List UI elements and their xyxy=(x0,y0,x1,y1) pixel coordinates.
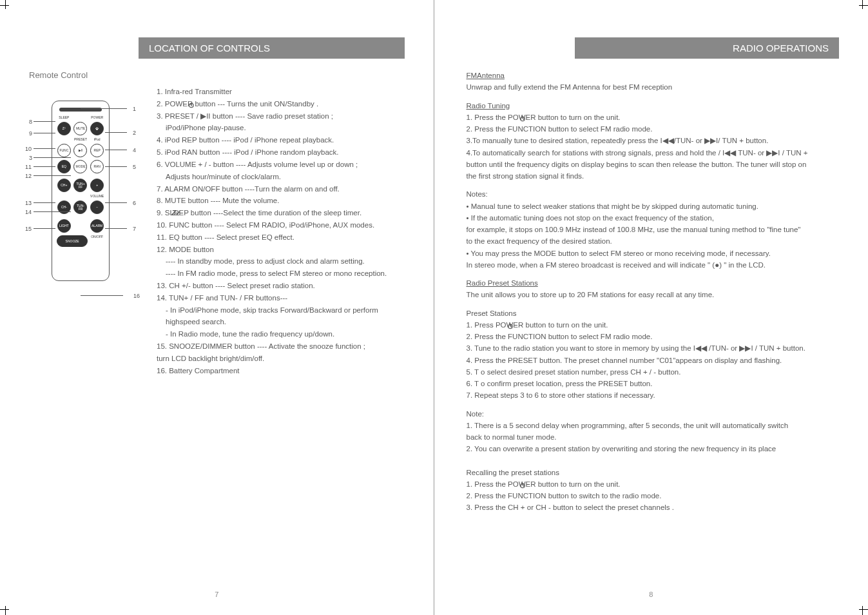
note2-2: 2. You can overwrite a present station b… xyxy=(467,444,836,454)
zz-icon: Zᶻ xyxy=(63,127,66,130)
btn-ran: RAN xyxy=(90,160,104,173)
preset-intro: The unit allows you to store up to 20 FM… xyxy=(467,289,836,300)
notes-n2b: for example, it stops on 100.9 MHz inste… xyxy=(467,224,836,235)
callout-12: 12 xyxy=(25,173,32,179)
item-11: 11. EQ button ---- Select preset EQ effe… xyxy=(157,232,405,244)
btn-rep: REP xyxy=(90,144,104,157)
control-list: 1. Infra-red Transmitter 2. POWER button… xyxy=(157,86,405,378)
item-2: 2. POWER button --- Turns the unit ON/St… xyxy=(157,99,405,110)
item-6: 6. VOLUME + / - button ---- Adjusts volu… xyxy=(157,159,405,171)
btn-playpause: ▶II xyxy=(73,144,87,157)
callout-15: 15 xyxy=(25,226,32,232)
btn-volplus: + xyxy=(90,179,104,192)
power-icon xyxy=(519,482,526,489)
remote-diagram: SLEEP POWER Zᶻ MUTE ⏻ PRESET iPod FUNC ▶… xyxy=(29,86,132,378)
item-5: 5. iPod RAN button ---- iPod / iPhone ra… xyxy=(157,147,405,159)
callout-5: 5 xyxy=(133,164,136,170)
btn-tunminus: TUN- FR xyxy=(73,200,87,214)
callout-9: 9 xyxy=(29,130,32,137)
item-12b: ---- In FM radio mode, press to select F… xyxy=(157,268,405,280)
remote-control-label: Remote Control xyxy=(29,70,405,80)
page-right: RADIO OPERATIONS FMAntenna Unwrap and fu… xyxy=(434,0,869,615)
item-14b: highspeed search. xyxy=(157,317,405,328)
preset-4: 4. Press the PRESET button. The preset c… xyxy=(467,355,836,366)
page-number-left: 7 xyxy=(0,591,434,598)
label-preset: PRESET xyxy=(73,138,88,141)
item-9: 9. SLEEP button ----Select the time dura… xyxy=(157,208,405,219)
callout-16: 16 xyxy=(133,293,140,299)
notes-n3a: • You may press the MODE button to selec… xyxy=(467,248,836,259)
callout-8: 8 xyxy=(29,119,32,125)
power-icon: ⏻ xyxy=(95,127,99,130)
btn-func: FUNC xyxy=(57,144,71,157)
preset-1: 1. Press POWER button to turn on the uni… xyxy=(467,320,836,331)
label-sleep: SLEEP xyxy=(57,116,72,119)
btn-eq: EQ xyxy=(57,160,71,173)
zz-icon: Zz xyxy=(171,209,180,217)
callout-7: 7 xyxy=(133,226,136,232)
btn-power: ⏻ xyxy=(90,122,104,135)
notes-n2c: to the exact frequency of the desired st… xyxy=(467,236,836,247)
item-3: 3. PRESET / ▶II button ---- Save radio p… xyxy=(157,111,405,122)
item-1: 1. Infra-red Transmitter xyxy=(157,86,405,98)
preset-2: 2. Press the FUNCTION button to select F… xyxy=(467,331,836,342)
remote-button-grid: SLEEP POWER Zᶻ MUTE ⏻ PRESET iPod FUNC ▶… xyxy=(52,115,109,248)
label-volume: VOLUME xyxy=(90,195,104,198)
tuning-4c: the first strong station signal it finds… xyxy=(467,171,836,182)
callout-11: 11 xyxy=(25,164,32,170)
btn-light: LIGHT xyxy=(57,219,71,233)
item-12a: ---- In standby mode, press to adjust cl… xyxy=(157,256,405,268)
note2-1a: 1. There is a 5 second delay when progra… xyxy=(467,420,836,431)
recall-1: 1. Press the POWER button to turn on the… xyxy=(467,479,836,490)
btn-chplus: CH+ xyxy=(57,179,71,192)
item-10: 10. FUNC button ---- Select FM RADIO, iP… xyxy=(157,220,405,231)
page-spread: LOCATION OF CONTROLS Remote Control SLEE… xyxy=(0,0,868,615)
callout-1: 1 xyxy=(133,106,136,112)
btn-sleep: Zᶻ xyxy=(57,122,71,135)
preset-sub: Preset Stations xyxy=(467,308,836,319)
btn-volminus: − xyxy=(90,200,104,214)
preset-heading: Radio Preset Stations xyxy=(467,279,538,287)
page-title-left: LOCATION OF CONTROLS xyxy=(139,37,405,59)
recall-2: 2. Press the FUNCTION button to switch t… xyxy=(467,491,836,502)
notes-n3b: In stereo mode, when a FM stereo broadca… xyxy=(467,260,836,271)
callout-2: 2 xyxy=(133,130,136,136)
preset-3: 3. Tune to the radio station you want to… xyxy=(467,343,836,354)
notes-heading: Notes: xyxy=(467,189,836,200)
item-14: 14. TUN+ / FF and TUN- / FR buttons--- xyxy=(157,293,405,304)
tuning-4b: button until the frequency digits on dis… xyxy=(467,159,836,170)
recall-heading: Recalling the preset stations xyxy=(467,467,836,478)
fmantenna-text: Unwrap and fully extend the FM Antenna f… xyxy=(467,82,836,93)
callout-13: 13 xyxy=(25,200,32,206)
power-icon xyxy=(519,115,526,122)
power-icon xyxy=(507,323,514,329)
item-4: 4. iPod REP button ---- iPod / iPhone re… xyxy=(157,135,405,146)
tuning-4a: 4.To automatically search for stations w… xyxy=(467,148,836,159)
btn-mute: MUTE xyxy=(73,122,87,135)
right-content: FMAntenna Unwrap and fully extend the FM… xyxy=(463,70,840,514)
label-power: POWER xyxy=(90,116,104,119)
callout-14: 14 xyxy=(25,209,32,215)
item-14c: - In Radio mode, tune the radio frequenc… xyxy=(157,329,405,340)
item-15: 15. SNOOZE/DIMMER button ---- Activate t… xyxy=(157,341,405,353)
note2-1b: back to normal tuner mode. xyxy=(467,432,836,443)
item-7: 7. ALARM ON/OFF button ----Turn the alar… xyxy=(157,184,405,195)
item-3b: iPod/iPhone play-pause. xyxy=(157,122,405,134)
preset-7: 7. Repeat steps 3 to 6 to store other st… xyxy=(467,390,836,401)
label-ipod: iPod xyxy=(90,138,104,141)
tuning-3: 3.To manually tune to desired station, r… xyxy=(467,135,836,146)
preset-6: 6. T o confirm preset location, press th… xyxy=(467,378,836,389)
callout-10: 10 xyxy=(25,146,32,152)
item-8: 8. MUTE button ---- Mute the volume. xyxy=(157,195,405,207)
tuning-2: 2. Press the FUNCTION button to select F… xyxy=(467,124,836,135)
item-12: 12. MODE button xyxy=(157,244,405,256)
power-icon xyxy=(188,102,195,108)
btn-alarm: ALARM xyxy=(90,219,104,233)
btn-snooze: SNOOZE xyxy=(57,235,88,247)
note2-heading: Note: xyxy=(467,409,836,420)
page-number-right: 8 xyxy=(434,591,869,598)
fmantenna-heading: FMAntenna xyxy=(467,72,505,79)
notes-n2a: • If the automatic tuning does not stop … xyxy=(467,213,836,224)
recall-3: 3. Press the CH + or CH - button to sele… xyxy=(467,502,836,513)
callout-3: 3 xyxy=(29,155,32,161)
